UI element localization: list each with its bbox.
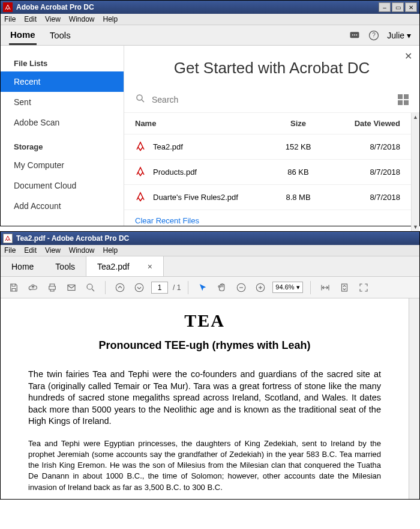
pdf-icon: [135, 166, 146, 178]
menu-view[interactable]: View: [45, 246, 61, 255]
table-row[interactable]: Duarte's Five Rules2.pdf 8.8 MB 8/7/2018: [124, 185, 411, 210]
page-total: / 1: [173, 283, 181, 292]
sidebar-item-my-computer[interactable]: My Computer: [1, 155, 124, 175]
window-title: Tea2.pdf - Adobe Acrobat Pro DC: [16, 234, 417, 243]
menu-window[interactable]: Window: [69, 246, 95, 255]
svg-line-7: [142, 100, 144, 102]
notifications-icon[interactable]: [347, 28, 362, 43]
pdf-icon: [135, 141, 146, 153]
menu-edit[interactable]: Edit: [24, 246, 37, 255]
save-icon[interactable]: [7, 280, 21, 295]
print-icon[interactable]: [45, 280, 59, 295]
sidebar-item-sent[interactable]: Sent: [1, 92, 124, 112]
table-header: Name Size Date Viewed: [124, 113, 411, 135]
help-icon[interactable]: ?: [367, 28, 381, 43]
grid-view-icon[interactable]: [398, 94, 409, 105]
close-button[interactable]: ✕: [405, 2, 417, 12]
page-number-input[interactable]: [151, 282, 168, 294]
hero-title: Get Started with Acrobat DC: [124, 46, 419, 89]
hand-tool-icon[interactable]: [215, 280, 229, 295]
tab-document[interactable]: Tea2.pdf ×: [86, 256, 164, 276]
minimize-button[interactable]: –: [379, 2, 391, 12]
fit-width-icon[interactable]: [318, 280, 332, 295]
sidebar-item-recent[interactable]: Recent: [1, 71, 124, 92]
menubar: File Edit View Window Help: [1, 245, 419, 256]
document-body: TEA Pronounced TEE-ugh (rhymes with Leah…: [1, 298, 409, 499]
titlebar: Adobe Acrobat Pro DC – ▭ ✕: [1, 1, 419, 14]
menu-view[interactable]: View: [45, 15, 61, 23]
sidebar-item-add-account[interactable]: Add Account: [1, 196, 124, 216]
user-menu[interactable]: Julie ▾: [387, 31, 411, 40]
svg-point-1: [352, 34, 353, 35]
scroll-up-icon[interactable]: ▲: [412, 113, 419, 121]
doc-title: TEA: [28, 310, 381, 331]
scrollbar[interactable]: ▲ ▼: [411, 113, 419, 231]
menubar: File Edit View Window Help: [1, 14, 419, 25]
search-input[interactable]: [152, 95, 398, 104]
sidebar-header-lists: File Lists: [1, 55, 124, 71]
clear-recent-link[interactable]: Clear Recent Files: [124, 210, 411, 231]
toolbar: / 1 94.6% ▾: [1, 277, 419, 298]
doc-subtitle: Pronounced TEE-ugh (rhymes with Leah): [28, 339, 381, 352]
cloud-icon[interactable]: [26, 280, 40, 295]
maximize-button[interactable]: ▭: [392, 2, 404, 12]
table-row[interactable]: Tea2.pdf 152 KB 8/7/2018: [124, 135, 411, 160]
svg-point-12: [135, 283, 143, 292]
col-name[interactable]: Name: [135, 119, 268, 128]
svg-line-10: [92, 289, 94, 291]
tab-home[interactable]: Home: [1, 256, 44, 276]
svg-point-3: [356, 34, 358, 35]
doc-paragraph: The twin fairies Tea and Tephi were the …: [28, 369, 381, 428]
select-tool-icon[interactable]: [196, 280, 210, 295]
col-size[interactable]: Size: [268, 119, 328, 128]
close-tab-icon[interactable]: ×: [148, 262, 152, 271]
app-icon: [3, 234, 13, 243]
fit-page-icon[interactable]: [337, 280, 352, 295]
svg-rect-8: [68, 285, 75, 290]
zoom-select[interactable]: 94.6% ▾: [272, 282, 302, 293]
svg-point-9: [87, 284, 92, 289]
doc-tabbar: Home Tools Tea2.pdf ×: [1, 256, 419, 277]
fullscreen-icon[interactable]: [356, 280, 371, 295]
svg-point-2: [354, 34, 355, 35]
menu-help[interactable]: Help: [103, 246, 118, 255]
window-title: Adobe Acrobat Pro DC: [16, 3, 377, 11]
doc-paragraph: Tea and Tephi were Egyptian princesses, …: [28, 438, 381, 493]
main-panel: ✕ Get Started with Acrobat DC Name Size …: [124, 46, 419, 226]
search-icon: [135, 93, 146, 106]
app-icon: [3, 2, 13, 12]
search-icon[interactable]: [83, 280, 98, 295]
scroll-down-icon[interactable]: ▼: [412, 223, 419, 231]
col-date[interactable]: Date Viewed: [328, 119, 400, 128]
page-down-icon[interactable]: [132, 280, 146, 295]
sidebar-item-document-cloud[interactable]: Document Cloud: [1, 175, 124, 196]
close-panel-icon[interactable]: ✕: [404, 50, 412, 62]
svg-point-11: [116, 283, 124, 292]
svg-text:?: ?: [373, 32, 376, 38]
page-up-icon[interactable]: [113, 280, 127, 295]
titlebar: Tea2.pdf - Adobe Acrobat Pro DC: [1, 232, 419, 245]
menu-edit[interactable]: Edit: [24, 15, 37, 23]
pdf-icon: [135, 191, 146, 204]
menu-help[interactable]: Help: [103, 15, 118, 23]
sidebar: File Lists Recent Sent Adobe Scan Storag…: [1, 46, 124, 226]
sidebar-item-adobe-scan[interactable]: Adobe Scan: [1, 112, 124, 133]
menu-file[interactable]: File: [4, 246, 16, 255]
document-window: Tea2.pdf - Adobe Acrobat Pro DC File Edi…: [0, 231, 420, 500]
tab-tools[interactable]: Tools: [44, 256, 86, 276]
sidebar-header-storage: Storage: [1, 139, 124, 155]
tab-home[interactable]: Home: [9, 26, 37, 45]
zoom-out-icon[interactable]: [234, 280, 248, 295]
top-tabbar: Home Tools ? Julie ▾: [1, 25, 419, 46]
menu-file[interactable]: File: [4, 15, 16, 23]
tab-tools[interactable]: Tools: [49, 26, 72, 44]
svg-point-6: [137, 95, 142, 100]
table-row[interactable]: Products.pdf 86 KB 8/7/2018: [124, 160, 411, 185]
menu-window[interactable]: Window: [69, 15, 95, 23]
email-icon[interactable]: [64, 280, 79, 295]
tools-panel-collapsed[interactable]: [409, 298, 419, 499]
start-window: Adobe Acrobat Pro DC – ▭ ✕ File Edit Vie…: [0, 0, 420, 226]
zoom-in-icon[interactable]: [253, 280, 268, 295]
